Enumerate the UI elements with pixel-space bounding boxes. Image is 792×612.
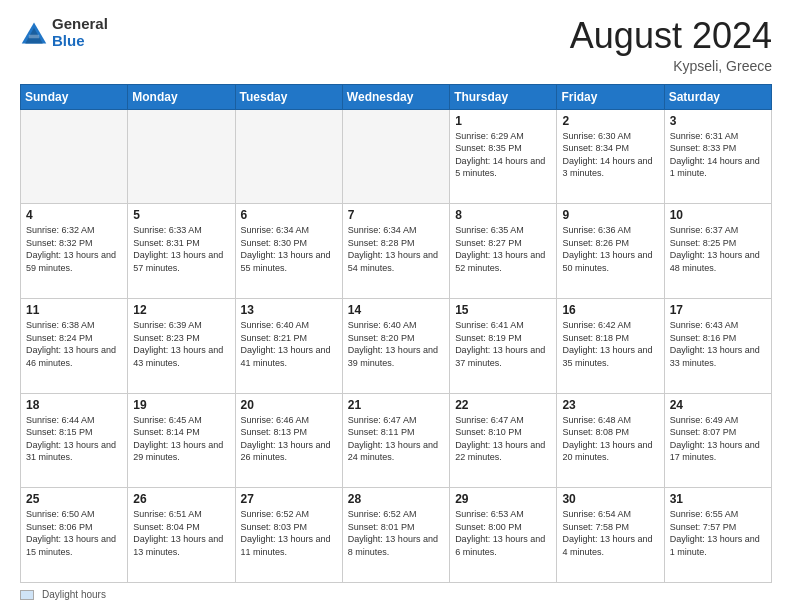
day-number: 23	[562, 398, 658, 412]
calendar-cell: 21Sunrise: 6:47 AMSunset: 8:11 PMDayligh…	[342, 393, 449, 488]
day-number: 16	[562, 303, 658, 317]
calendar-header-row: SundayMondayTuesdayWednesdayThursdayFrid…	[21, 84, 772, 109]
month-year: August 2024	[570, 16, 772, 56]
day-number: 27	[241, 492, 337, 506]
calendar-header-tuesday: Tuesday	[235, 84, 342, 109]
calendar-cell: 6Sunrise: 6:34 AMSunset: 8:30 PMDaylight…	[235, 204, 342, 299]
day-info: Sunrise: 6:45 AMSunset: 8:14 PMDaylight:…	[133, 414, 229, 464]
day-number: 21	[348, 398, 444, 412]
day-info: Sunrise: 6:32 AMSunset: 8:32 PMDaylight:…	[26, 224, 122, 274]
day-info: Sunrise: 6:43 AMSunset: 8:16 PMDaylight:…	[670, 319, 766, 369]
day-number: 15	[455, 303, 551, 317]
calendar-cell: 3Sunrise: 6:31 AMSunset: 8:33 PMDaylight…	[664, 109, 771, 204]
calendar-cell: 4Sunrise: 6:32 AMSunset: 8:32 PMDaylight…	[21, 204, 128, 299]
day-info: Sunrise: 6:42 AMSunset: 8:18 PMDaylight:…	[562, 319, 658, 369]
calendar-header-wednesday: Wednesday	[342, 84, 449, 109]
daylight-legend-box	[20, 590, 34, 600]
day-info: Sunrise: 6:49 AMSunset: 8:07 PMDaylight:…	[670, 414, 766, 464]
day-number: 26	[133, 492, 229, 506]
day-info: Sunrise: 6:40 AMSunset: 8:20 PMDaylight:…	[348, 319, 444, 369]
svg-rect-2	[29, 34, 40, 38]
calendar-cell: 17Sunrise: 6:43 AMSunset: 8:16 PMDayligh…	[664, 298, 771, 393]
logo: General Blue	[20, 16, 108, 49]
day-info: Sunrise: 6:54 AMSunset: 7:58 PMDaylight:…	[562, 508, 658, 558]
calendar-cell: 10Sunrise: 6:37 AMSunset: 8:25 PMDayligh…	[664, 204, 771, 299]
day-info: Sunrise: 6:31 AMSunset: 8:33 PMDaylight:…	[670, 130, 766, 180]
calendar-week-1: 1Sunrise: 6:29 AMSunset: 8:35 PMDaylight…	[21, 109, 772, 204]
day-number: 11	[26, 303, 122, 317]
day-number: 9	[562, 208, 658, 222]
day-number: 24	[670, 398, 766, 412]
calendar-cell: 8Sunrise: 6:35 AMSunset: 8:27 PMDaylight…	[450, 204, 557, 299]
day-number: 5	[133, 208, 229, 222]
calendar-cell: 29Sunrise: 6:53 AMSunset: 8:00 PMDayligh…	[450, 488, 557, 583]
calendar-cell: 1Sunrise: 6:29 AMSunset: 8:35 PMDaylight…	[450, 109, 557, 204]
day-info: Sunrise: 6:52 AMSunset: 8:03 PMDaylight:…	[241, 508, 337, 558]
day-info: Sunrise: 6:47 AMSunset: 8:11 PMDaylight:…	[348, 414, 444, 464]
logo-text: General Blue	[52, 16, 108, 49]
calendar-cell: 12Sunrise: 6:39 AMSunset: 8:23 PMDayligh…	[128, 298, 235, 393]
day-info: Sunrise: 6:38 AMSunset: 8:24 PMDaylight:…	[26, 319, 122, 369]
calendar-week-4: 18Sunrise: 6:44 AMSunset: 8:15 PMDayligh…	[21, 393, 772, 488]
day-number: 1	[455, 114, 551, 128]
location: Kypseli, Greece	[570, 58, 772, 74]
day-info: Sunrise: 6:53 AMSunset: 8:00 PMDaylight:…	[455, 508, 551, 558]
calendar-week-3: 11Sunrise: 6:38 AMSunset: 8:24 PMDayligh…	[21, 298, 772, 393]
calendar-cell: 24Sunrise: 6:49 AMSunset: 8:07 PMDayligh…	[664, 393, 771, 488]
day-info: Sunrise: 6:44 AMSunset: 8:15 PMDaylight:…	[26, 414, 122, 464]
day-info: Sunrise: 6:52 AMSunset: 8:01 PMDaylight:…	[348, 508, 444, 558]
day-info: Sunrise: 6:40 AMSunset: 8:21 PMDaylight:…	[241, 319, 337, 369]
day-info: Sunrise: 6:37 AMSunset: 8:25 PMDaylight:…	[670, 224, 766, 274]
day-info: Sunrise: 6:34 AMSunset: 8:30 PMDaylight:…	[241, 224, 337, 274]
day-info: Sunrise: 6:29 AMSunset: 8:35 PMDaylight:…	[455, 130, 551, 180]
day-number: 25	[26, 492, 122, 506]
day-info: Sunrise: 6:30 AMSunset: 8:34 PMDaylight:…	[562, 130, 658, 180]
calendar-cell	[342, 109, 449, 204]
day-number: 29	[455, 492, 551, 506]
day-info: Sunrise: 6:51 AMSunset: 8:04 PMDaylight:…	[133, 508, 229, 558]
day-number: 8	[455, 208, 551, 222]
calendar-header-sunday: Sunday	[21, 84, 128, 109]
day-info: Sunrise: 6:55 AMSunset: 7:57 PMDaylight:…	[670, 508, 766, 558]
calendar-cell: 26Sunrise: 6:51 AMSunset: 8:04 PMDayligh…	[128, 488, 235, 583]
day-number: 12	[133, 303, 229, 317]
title-block: August 2024 Kypseli, Greece	[570, 16, 772, 74]
day-info: Sunrise: 6:46 AMSunset: 8:13 PMDaylight:…	[241, 414, 337, 464]
header: General Blue August 2024 Kypseli, Greece	[20, 16, 772, 74]
calendar-cell: 5Sunrise: 6:33 AMSunset: 8:31 PMDaylight…	[128, 204, 235, 299]
calendar-week-2: 4Sunrise: 6:32 AMSunset: 8:32 PMDaylight…	[21, 204, 772, 299]
calendar-cell: 27Sunrise: 6:52 AMSunset: 8:03 PMDayligh…	[235, 488, 342, 583]
calendar-cell: 20Sunrise: 6:46 AMSunset: 8:13 PMDayligh…	[235, 393, 342, 488]
day-info: Sunrise: 6:33 AMSunset: 8:31 PMDaylight:…	[133, 224, 229, 274]
day-number: 19	[133, 398, 229, 412]
day-number: 30	[562, 492, 658, 506]
page: General Blue August 2024 Kypseli, Greece…	[0, 0, 792, 612]
day-number: 18	[26, 398, 122, 412]
calendar-cell	[235, 109, 342, 204]
day-info: Sunrise: 6:41 AMSunset: 8:19 PMDaylight:…	[455, 319, 551, 369]
calendar-cell: 14Sunrise: 6:40 AMSunset: 8:20 PMDayligh…	[342, 298, 449, 393]
calendar-week-5: 25Sunrise: 6:50 AMSunset: 8:06 PMDayligh…	[21, 488, 772, 583]
calendar-cell: 19Sunrise: 6:45 AMSunset: 8:14 PMDayligh…	[128, 393, 235, 488]
calendar-cell: 13Sunrise: 6:40 AMSunset: 8:21 PMDayligh…	[235, 298, 342, 393]
calendar-cell: 16Sunrise: 6:42 AMSunset: 8:18 PMDayligh…	[557, 298, 664, 393]
day-number: 3	[670, 114, 766, 128]
day-info: Sunrise: 6:47 AMSunset: 8:10 PMDaylight:…	[455, 414, 551, 464]
calendar-cell: 11Sunrise: 6:38 AMSunset: 8:24 PMDayligh…	[21, 298, 128, 393]
day-number: 22	[455, 398, 551, 412]
day-info: Sunrise: 6:50 AMSunset: 8:06 PMDaylight:…	[26, 508, 122, 558]
daylight-label: Daylight hours	[42, 589, 106, 600]
day-info: Sunrise: 6:39 AMSunset: 8:23 PMDaylight:…	[133, 319, 229, 369]
day-number: 6	[241, 208, 337, 222]
calendar-header-friday: Friday	[557, 84, 664, 109]
day-number: 20	[241, 398, 337, 412]
calendar-cell: 30Sunrise: 6:54 AMSunset: 7:58 PMDayligh…	[557, 488, 664, 583]
calendar-cell: 28Sunrise: 6:52 AMSunset: 8:01 PMDayligh…	[342, 488, 449, 583]
calendar-cell: 22Sunrise: 6:47 AMSunset: 8:10 PMDayligh…	[450, 393, 557, 488]
day-number: 7	[348, 208, 444, 222]
day-number: 10	[670, 208, 766, 222]
day-number: 31	[670, 492, 766, 506]
day-info: Sunrise: 6:34 AMSunset: 8:28 PMDaylight:…	[348, 224, 444, 274]
calendar-cell: 25Sunrise: 6:50 AMSunset: 8:06 PMDayligh…	[21, 488, 128, 583]
calendar-cell: 7Sunrise: 6:34 AMSunset: 8:28 PMDaylight…	[342, 204, 449, 299]
